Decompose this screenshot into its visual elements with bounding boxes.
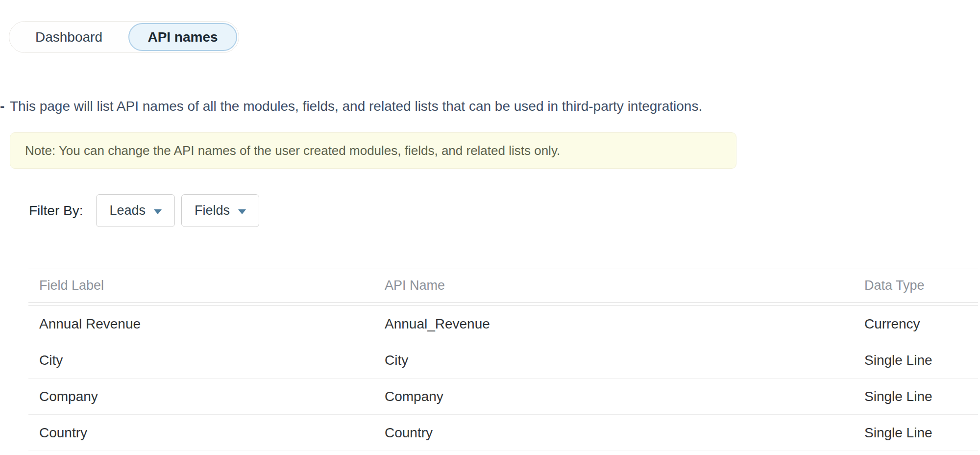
filter-by-label: Filter By: bbox=[29, 203, 83, 219]
module-dropdown[interactable]: Leads bbox=[96, 194, 175, 227]
table-row: Country Country Single Line bbox=[28, 415, 978, 451]
cell-field-label: Country bbox=[28, 425, 385, 441]
cell-data-type: Single Line bbox=[864, 389, 978, 404]
note-text: Note: You can change the API names of th… bbox=[25, 143, 560, 158]
table-row: City City Single Line bbox=[28, 342, 978, 379]
chevron-down-icon bbox=[154, 209, 162, 214]
cell-api-name: Country bbox=[385, 425, 864, 441]
module-dropdown-value: Leads bbox=[109, 203, 146, 218]
header-divider bbox=[28, 303, 978, 306]
category-dropdown-value: Fields bbox=[195, 203, 230, 218]
cell-api-name: City bbox=[385, 353, 864, 368]
category-dropdown[interactable]: Fields bbox=[181, 194, 259, 227]
cell-data-type: Currency bbox=[864, 316, 978, 332]
cell-data-type: Single Line bbox=[864, 425, 978, 441]
chevron-down-icon bbox=[238, 209, 246, 214]
table-row: Company Company Single Line bbox=[28, 379, 978, 415]
column-header-api-name: API Name bbox=[385, 278, 864, 293]
table-row: Annual Revenue Annual_Revenue Currency bbox=[28, 306, 978, 342]
tab-dashboard[interactable]: Dashboard bbox=[9, 29, 128, 45]
cell-data-type: Single Line bbox=[864, 353, 978, 368]
table-header-row: Field Label API Name Data Type bbox=[28, 269, 978, 303]
cell-api-name: Company bbox=[385, 389, 864, 404]
cell-field-label: Annual Revenue bbox=[28, 316, 385, 332]
filter-row: Filter By: Leads Fields bbox=[29, 194, 259, 227]
api-names-settings-page: Dashboard API names - This page will lis… bbox=[0, 0, 980, 455]
api-names-table: Field Label API Name Data Type Annual Re… bbox=[28, 269, 978, 451]
cell-field-label: City bbox=[28, 353, 385, 368]
tab-api-names[interactable]: API names bbox=[128, 23, 237, 51]
page-description: - This page will list API names of all t… bbox=[0, 99, 702, 114]
note-banner: Note: You can change the API names of th… bbox=[10, 132, 736, 169]
cell-field-label: Company bbox=[28, 389, 385, 404]
description-text: This page will list API names of all the… bbox=[10, 99, 702, 114]
description-dash: - bbox=[0, 99, 10, 114]
column-header-data-type: Data Type bbox=[864, 278, 978, 293]
view-tab-group: Dashboard API names bbox=[9, 21, 239, 53]
column-header-field-label: Field Label bbox=[28, 278, 385, 293]
cell-api-name: Annual_Revenue bbox=[385, 316, 864, 332]
